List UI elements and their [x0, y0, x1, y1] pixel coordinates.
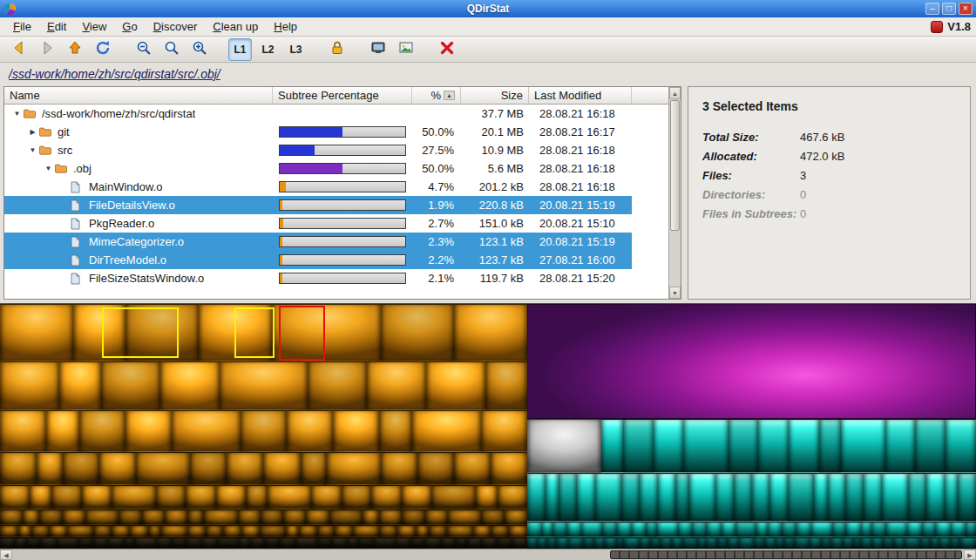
treemap-tile[interactable] [41, 537, 56, 549]
column-header-percent[interactable]: % ▲ [412, 87, 461, 104]
image-button[interactable] [394, 38, 417, 61]
treemap-tile[interactable] [828, 473, 846, 522]
treemap-tile[interactable] [261, 509, 283, 525]
treemap-tile[interactable] [497, 537, 512, 549]
treemap-tile[interactable] [776, 537, 783, 550]
treemap-tile[interactable] [396, 537, 410, 549]
expand-arrow-icon[interactable]: ▶ [27, 128, 38, 136]
close-button[interactable]: × [959, 3, 973, 15]
treemap-tile[interactable] [161, 525, 187, 537]
treemap-tile[interactable] [467, 537, 482, 549]
treemap-tile[interactable] [853, 537, 861, 550]
treemap-tile[interactable] [728, 537, 738, 550]
treemap-tile[interactable] [246, 485, 268, 509]
treemap-tile[interactable] [204, 509, 237, 525]
treemap-tile[interactable] [347, 537, 358, 549]
treemap-tile[interactable] [416, 525, 429, 537]
treemap-tile[interactable] [57, 537, 78, 549]
treemap-tile[interactable] [227, 452, 263, 485]
treemap-tile[interactable] [931, 537, 939, 550]
treemap-tile[interactable] [37, 452, 63, 485]
treemap-tile[interactable] [538, 537, 546, 550]
treemap-tile[interactable] [735, 522, 756, 537]
treemap-tile[interactable] [485, 361, 527, 410]
treemap-tile[interactable] [381, 304, 454, 361]
forward-button[interactable] [35, 38, 58, 61]
treemap-tile[interactable] [481, 509, 504, 525]
treemap-tile[interactable] [707, 522, 722, 537]
treemap-tile[interactable] [85, 509, 119, 525]
treemap-tile[interactable] [819, 419, 841, 473]
treemap-tile[interactable] [157, 537, 172, 549]
treemap-tile[interactable] [769, 473, 788, 522]
treemap-tile[interactable] [476, 485, 498, 509]
treemap-tile[interactable] [187, 509, 204, 525]
treemap-tile[interactable] [595, 473, 621, 522]
sort-indicator-icon[interactable]: ▲ [444, 91, 455, 100]
treemap-tile[interactable] [283, 509, 306, 525]
treemap-tile[interactable] [885, 419, 916, 473]
minimize-button[interactable]: – [925, 3, 939, 15]
column-header-name[interactable]: Name [4, 87, 273, 104]
treemap-tile[interactable] [119, 509, 141, 525]
treemap-tile[interactable] [601, 419, 623, 473]
treemap-tile[interactable] [527, 522, 542, 537]
treemap-tile[interactable] [922, 522, 937, 537]
treemap-tile[interactable] [78, 537, 93, 549]
treemap-tile[interactable] [397, 525, 416, 537]
treemap-tile[interactable] [82, 485, 112, 509]
treemap-horizontal-scrollbar[interactable]: ◀ ▶ [0, 549, 976, 560]
treemap-tile[interactable] [617, 522, 632, 537]
treemap-tile[interactable] [482, 537, 497, 549]
treemap-tile[interactable] [832, 522, 847, 537]
treemap-tile[interactable] [945, 473, 958, 522]
treemap-tile[interactable] [789, 419, 819, 473]
treemap-tile[interactable] [250, 537, 265, 549]
treemap-tile[interactable] [79, 410, 125, 452]
treemap-tile[interactable] [223, 525, 241, 537]
menu-go[interactable]: Go [114, 18, 145, 35]
treemap-tile[interactable] [512, 537, 527, 549]
table-row[interactable]: ▼ .obj 50.0% 5.6 MB 28.08.21 16:18 [4, 159, 632, 178]
treemap-tile[interactable] [689, 473, 715, 522]
table-row[interactable]: DirTreeModel.o 2.2% 123.7 kB 27.08.21 16… [4, 251, 632, 269]
treemap-tile[interactable] [220, 361, 308, 410]
back-button[interactable] [7, 38, 30, 61]
treemap-tile[interactable] [410, 537, 425, 549]
treemap-tile[interactable] [583, 537, 593, 550]
treemap-level2-button[interactable]: L2 [256, 38, 280, 61]
treemap-tile[interactable] [505, 509, 527, 525]
treemap-tile[interactable] [332, 537, 347, 549]
treemap-tile[interactable] [861, 537, 871, 550]
treemap-tile[interactable] [915, 419, 946, 473]
treemap-tile[interactable] [795, 537, 810, 550]
treemap-tile[interactable] [698, 537, 706, 550]
treemap-tile[interactable] [454, 452, 491, 485]
treemap-tile[interactable] [59, 361, 101, 410]
treemap-tile[interactable] [367, 361, 426, 410]
treemap-tile[interactable] [295, 537, 317, 549]
treemap-tile[interactable] [527, 473, 546, 522]
treemap-tile[interactable] [905, 537, 920, 550]
treemap-tile[interactable] [268, 485, 312, 509]
treemap-tile[interactable] [939, 537, 950, 550]
treemap-tile[interactable] [73, 304, 125, 361]
table-row[interactable]: ▶ git 50.0% 20.1 MB 28.08.21 16:17 [4, 123, 632, 141]
treemap-tile[interactable] [26, 537, 41, 549]
treemap-tile[interactable] [783, 537, 794, 550]
treemap-tile[interactable] [108, 537, 123, 549]
treemap-tile[interactable] [156, 485, 186, 509]
treemap-tile[interactable] [0, 525, 18, 537]
treemap-tile[interactable] [241, 525, 260, 537]
treemap-tile[interactable] [402, 485, 431, 509]
treemap-tile[interactable] [640, 473, 658, 522]
treemap-tile[interactable] [552, 522, 567, 537]
treemap-tile[interactable] [186, 537, 201, 549]
table-row[interactable]: MimeCategorizer.o 2.3% 123.1 kB 20.08.21… [4, 233, 632, 251]
treemap-tile[interactable] [18, 525, 31, 537]
treemap-tile[interactable] [379, 525, 397, 537]
scroll-down-arrow-icon[interactable]: ▼ [669, 287, 681, 299]
treemap-tile[interactable] [456, 537, 467, 549]
treemap-tile[interactable] [417, 452, 454, 485]
treemap-tile[interactable] [623, 419, 654, 473]
